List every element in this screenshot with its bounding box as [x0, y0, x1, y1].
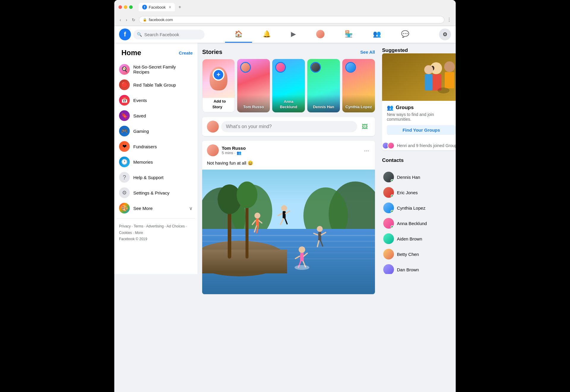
browser-chrome: f Facebook ✕ + ‹ › ↻ 🔒 facebook.com ⋮: [114, 0, 456, 26]
sidebar-item-settings[interactable]: ⚙ Settings & Privacy: [117, 185, 195, 200]
sidebar-item-events[interactable]: 📅 Events: [117, 93, 195, 108]
stories-row: + Add to Story: [202, 59, 375, 112]
refresh-button[interactable]: ↻: [131, 17, 137, 23]
story-avatar-anna: [275, 62, 286, 73]
post-header: Tom Russo 5 mins · 👥 ···: [202, 141, 375, 160]
post-meta: Tom Russo 5 mins · 👥: [222, 146, 360, 155]
sidebar-item-saved[interactable]: 🔖 Saved: [117, 108, 195, 123]
nav-profile[interactable]: [307, 26, 334, 43]
find-groups-button[interactable]: Find Your Groups: [387, 125, 456, 135]
svg-point-46: [444, 61, 455, 72]
story-anna-becklund[interactable]: Anna Becklund: [272, 59, 305, 112]
sidebar-item-fundraisers[interactable]: ❤ Fundraisers: [117, 139, 195, 154]
story-name-cynthia: Cynthia Lopez: [346, 105, 372, 109]
photo-video-button[interactable]: 🖼: [360, 121, 370, 132]
story-cynthia-lopez[interactable]: Cynthia Lopez: [342, 59, 375, 112]
back-button[interactable]: ‹: [118, 17, 122, 23]
maximize-button[interactable]: [129, 5, 133, 9]
groups-icon: 👥: [387, 104, 393, 111]
contact-anna-becklund[interactable]: Anna Becklund: [382, 216, 456, 231]
privacy-link[interactable]: Privacy: [119, 224, 131, 228]
profile-avatar: [316, 30, 324, 38]
contact-eric-jones[interactable]: Eric Jones: [382, 185, 456, 200]
contact-avatar: [383, 264, 394, 274]
sidebar-item-help[interactable]: ? Help & Support: [117, 170, 195, 185]
avatar-image: [207, 144, 219, 156]
sidebar-item-gaming[interactable]: 🎮 Gaming: [117, 123, 195, 139]
create-link[interactable]: Create: [179, 50, 193, 55]
settings-button[interactable]: ⚙: [439, 28, 451, 40]
story-dennis-han[interactable]: Dennis Han: [307, 59, 340, 112]
sidebar-item-red-table[interactable]: 🔴 Red Table Talk Group: [117, 77, 195, 93]
search-input[interactable]: [144, 32, 201, 37]
home-icon: 🏠: [235, 30, 243, 38]
see-all-link[interactable]: See All: [360, 50, 375, 55]
post-author-name[interactable]: Tom Russo: [222, 146, 360, 151]
address-bar[interactable]: 🔒 facebook.com: [139, 16, 444, 23]
post-author-avatar[interactable]: [207, 144, 219, 156]
adchoices-link[interactable]: Ad Choices: [167, 224, 185, 228]
browser-window: f Facebook ✕ + ‹ › ↻ 🔒 facebook.com ⋮ f: [114, 0, 456, 392]
advertising-link[interactable]: Advertising: [146, 224, 164, 228]
contacts-title: Contacts: [382, 157, 404, 163]
contact-name: Anna Becklund: [397, 221, 427, 226]
post-image: [202, 170, 375, 294]
contact-dan-brown[interactable]: Dan Brown: [382, 262, 456, 274]
center-feed: Stories See All +: [197, 43, 380, 392]
forward-button[interactable]: ›: [125, 17, 129, 23]
suggested-section: Suggested: [382, 47, 456, 150]
terms-link[interactable]: Terms: [134, 224, 143, 228]
friends-icon: 👥: [237, 151, 241, 155]
add-story-circle: +: [213, 69, 224, 81]
story-name-anna: Anna Becklund: [280, 99, 297, 109]
contact-aiden-brown[interactable]: Aiden Brown: [382, 231, 456, 246]
online-indicator: [391, 225, 394, 228]
cookies-link[interactable]: Cookies: [119, 231, 132, 235]
footer-links: Privacy · Terms · Advertising · Ad Choic…: [119, 224, 187, 235]
contact-dennis-han[interactable]: Dennis Han: [382, 169, 456, 185]
nav-notifications[interactable]: 🔔: [253, 26, 280, 43]
contact-cynthia-lopez[interactable]: Cynthia Lopez: [382, 200, 456, 216]
browser-tab[interactable]: f Facebook ✕: [139, 3, 175, 11]
composer-input[interactable]: [221, 121, 357, 132]
story-add[interactable]: + Add to Story: [202, 59, 235, 112]
search-bar[interactable]: 🔍: [133, 30, 205, 39]
close-button[interactable]: [118, 5, 122, 9]
sidebar-label: Settings & Privacy: [133, 190, 170, 195]
nav-groups[interactable]: 👥: [363, 26, 390, 43]
video-icon: ▶: [291, 30, 296, 38]
friends-avatars: [382, 142, 395, 149]
friends-joined: Henri and 9 friends joined Groups: [382, 138, 456, 150]
family-recipes-icon: 🍳: [119, 64, 130, 75]
story-avatar-cynthia: [345, 62, 356, 73]
minimize-button[interactable]: [124, 5, 127, 9]
contacts-header: Contacts ···: [382, 157, 456, 167]
more-link[interactable]: More: [135, 231, 143, 235]
contact-name: Cynthia Lopez: [397, 205, 425, 211]
nav-marketplace[interactable]: 🏪: [335, 26, 362, 43]
story-tom-russo[interactable]: Tom Russo: [237, 59, 270, 112]
sidebar-label: Fundraisers: [133, 144, 157, 149]
traffic-lights: [118, 5, 133, 9]
sidebar-item-family-recipes[interactable]: 🍳 Not-So-Secret Family Recipes: [117, 62, 195, 77]
tab-close-button[interactable]: ✕: [169, 5, 171, 9]
svg-point-17: [254, 213, 260, 219]
sidebar-item-see-more[interactable]: 🎨 See More ∨: [117, 200, 195, 216]
nav-messenger[interactable]: 💬: [392, 26, 419, 43]
new-tab-button[interactable]: +: [178, 4, 181, 10]
contact-avatar: [383, 233, 394, 244]
contact-name: Aiden Brown: [397, 236, 422, 241]
settings-icon: ⚙: [119, 187, 130, 198]
composer-avatar: [207, 121, 219, 133]
nav-home[interactable]: 🏠: [225, 26, 252, 43]
post-more-button[interactable]: ···: [363, 146, 370, 155]
logo-letter: f: [124, 31, 126, 38]
browser-more-button[interactable]: ⋮: [447, 17, 452, 23]
sidebar-item-memories[interactable]: 🕐 Memories: [117, 154, 195, 170]
contact-betty-chen[interactable]: Betty Chen: [382, 246, 456, 262]
search-icon: 🔍: [137, 32, 142, 37]
sidebar-label: Gaming: [133, 129, 149, 134]
nav-video[interactable]: ▶: [281, 26, 305, 43]
audience-icon: ·: [234, 151, 235, 155]
facebook-logo[interactable]: f: [119, 28, 131, 40]
